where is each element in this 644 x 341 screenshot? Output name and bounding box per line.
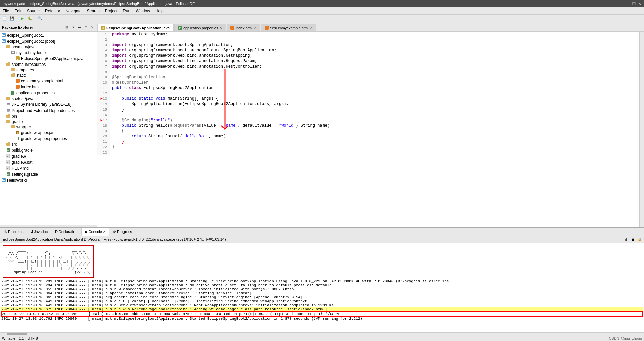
- main-content: Package Explorer ⊟ ▾ — □ ✕ eclipse_Sprin…: [0, 23, 644, 341]
- pe-menu[interactable]: ▾: [70, 25, 76, 30]
- menu-bar: FileEditSourceRefactorNavigateSearchProj…: [0, 7, 644, 15]
- pe-collapse[interactable]: ⊟: [64, 25, 69, 30]
- tree-item-cesiummyexample[interactable]: Hcesiummyexample.html: [0, 78, 97, 84]
- svg-rect-15: [12, 92, 14, 92]
- console-scroll-lock[interactable]: 🔒: [637, 237, 643, 243]
- svg-rect-46: [2, 178, 6, 182]
- menu-item-run[interactable]: Run: [120, 8, 133, 14]
- tree-item-build_gradle[interactable]: Gbuild.gradle: [0, 147, 97, 153]
- tree-item-settings_gradle[interactable]: Gsettings.gradle: [0, 171, 97, 177]
- bottom-tab-declaration[interactable]: D Declaration: [51, 228, 81, 236]
- tree-item-gradlew[interactable]: gradlew: [0, 153, 97, 159]
- console-stop[interactable]: ⏹: [630, 237, 636, 243]
- menu-item-edit[interactable]: Edit: [12, 8, 24, 14]
- tree-item-src_test_java[interactable]: src/test/java: [0, 96, 97, 101]
- tree-item-index_html[interactable]: Hindex.html: [0, 84, 97, 90]
- line-content: return String.format("Hello %s!", name);: [110, 134, 228, 139]
- menu-item-file[interactable]: File: [0, 8, 12, 14]
- toolbar-new[interactable]: 📄: [1, 15, 8, 22]
- tree-item-src_main_resources[interactable]: src/main/resources: [0, 62, 97, 67]
- tree-item-gradlew_bat[interactable]: gradlew.bat: [0, 159, 97, 165]
- tree-icon-lib: [6, 102, 11, 107]
- minimize-button[interactable]: —: [626, 2, 630, 6]
- tree-item-JRE_system[interactable]: JRE System Library [JavaSE-1.8]: [0, 101, 97, 108]
- tree-item-project_deps[interactable]: Project and External Dependencies: [0, 108, 97, 114]
- tree-item-eclipse_SpringBoot2_boot[interactable]: eclipse_SpringBoot2 [boot]: [0, 38, 97, 44]
- tab-close[interactable]: ✕: [310, 26, 313, 30]
- editor-tab-index_html[interactable]: Hindex.html✕: [227, 24, 260, 31]
- menu-item-refactor[interactable]: Refactor: [42, 8, 63, 14]
- console-line: 2021-10-27 13:03:16.675 INFO 20840 --- […: [1, 307, 643, 311]
- console-clear[interactable]: 🗑: [623, 237, 629, 243]
- line-content: package my.test.mydemo;: [110, 32, 168, 37]
- bottom-tab-problems[interactable]: ⚠ Problems: [0, 228, 27, 236]
- pe-close[interactable]: ✕: [90, 25, 95, 30]
- menu-item-search[interactable]: Search: [84, 8, 102, 14]
- code-line-14: 14 SpringApplication.run(EclipseSpringBo…: [97, 101, 639, 107]
- toolbar-search[interactable]: 🔍: [37, 15, 44, 22]
- maximize-button[interactable]: ❐: [632, 2, 636, 6]
- tree-label: src/main/java: [12, 45, 36, 49]
- bottom-tab-progress[interactable]: ⟳ Progress: [109, 228, 136, 236]
- tree-item-static[interactable]: static: [0, 73, 97, 78]
- bottom-tab-javadoc[interactable]: J Javadoc: [27, 228, 51, 236]
- editor-tab-cesium_html[interactable]: Hcesiummyexample.html✕: [261, 24, 316, 31]
- line-content: [110, 91, 112, 96]
- tree-item-my_test_mydemo[interactable]: my.test.mydemo: [0, 50, 97, 56]
- tree-item-gradle_wrapper_jar[interactable]: ◆gradle-wrapper.jar: [0, 130, 97, 136]
- menu-item-window[interactable]: Window: [133, 8, 153, 14]
- tree-item-eclipse_SpringBoot1[interactable]: eclipse_SpringBoot1: [0, 32, 97, 38]
- menu-item-project[interactable]: Project: [102, 8, 120, 14]
- tree-label: eclipse_SpringBoot2 [boot]: [7, 39, 55, 44]
- pe-minimize[interactable]: —: [77, 25, 82, 30]
- line-content: import org.springframework.web.bind.anno…: [110, 53, 252, 58]
- pe-tree: eclipse_SpringBoot1eclipse_SpringBoot2 […: [0, 32, 97, 225]
- tree-item-bin[interactable]: bin: [0, 114, 97, 119]
- tree-label: application.properties: [16, 91, 55, 95]
- tree-label: settings.gradle: [12, 172, 38, 177]
- pe-controls: ⊟ ▾ — □ ✕: [64, 25, 95, 30]
- scrollbar-thumb[interactable]: [7, 333, 27, 335]
- tree-item-wrapper[interactable]: wrapper: [0, 124, 97, 130]
- toolbar-debug[interactable]: 🐛: [27, 15, 33, 22]
- tree-item-src[interactable]: src: [0, 142, 97, 147]
- editor-tab-app_props[interactable]: Papplication.properties✕: [174, 24, 226, 31]
- menu-item-help[interactable]: Help: [153, 8, 166, 14]
- line-number: 16: [97, 112, 110, 118]
- tree-item-templates[interactable]: templates: [0, 67, 97, 73]
- code-line-4: 4import org.springframework.boot.autocon…: [97, 48, 639, 53]
- tree-item-HelloWorld[interactable]: HelloWorld: [0, 177, 97, 183]
- tree-item-src_main_java[interactable]: src/main/java: [0, 44, 97, 50]
- editor-tab-main_java[interactable]: JEclipseSpringBoot2Application.java: [97, 24, 174, 31]
- close-button[interactable]: ✕: [638, 2, 641, 6]
- tree-item-application_properties[interactable]: application.properties: [0, 90, 97, 96]
- btab-close[interactable]: ✕: [103, 230, 106, 234]
- line-number: 20: [97, 134, 110, 139]
- tree-item-HELP_md[interactable]: HELP.md: [0, 165, 97, 171]
- code-line-9: 9@SpringBootApplication: [97, 75, 639, 80]
- tree-item-EclipseSpringBoot2Application[interactable]: JEclipseSpringBoot2Application.java: [0, 56, 97, 62]
- console-line: 2021-10-27 13:03:16.762 INFO 20840 --- […: [1, 311, 643, 317]
- code-editor-wrapper: 1package my.test.mydemo;23import org.spr…: [97, 32, 644, 227]
- toolbar-save[interactable]: 💾: [9, 15, 15, 22]
- toolbar-run[interactable]: ▶: [19, 15, 26, 22]
- tree-icon-folder: [11, 125, 15, 129]
- btab-label: Problems: [8, 230, 23, 234]
- menu-item-navigate[interactable]: Navigate: [63, 8, 84, 14]
- bottom-tab-console[interactable]: ▶ Console ✕: [81, 228, 109, 236]
- tree-label: src/main/resources: [12, 62, 46, 67]
- pe-maximize[interactable]: □: [83, 25, 89, 30]
- code-editor[interactable]: 1package my.test.mydemo;23import org.spr…: [97, 32, 639, 227]
- console-content[interactable]: . ____ _ __ _ _ /\\ / ___'_ __ _ _(_)_ _…: [0, 243, 644, 332]
- tree-label: gradlew.bat: [12, 160, 32, 165]
- tree-item-gradle_root[interactable]: gradle: [0, 119, 97, 124]
- menu-item-source[interactable]: Source: [24, 8, 42, 14]
- tree-icon-props: [11, 90, 15, 96]
- tree-item-gradle_wrapper_props[interactable]: gradle-wrapper.properties: [0, 136, 97, 142]
- tab-close[interactable]: ✕: [219, 26, 222, 30]
- btab-icon: ⟳: [113, 230, 116, 234]
- line-content: [110, 37, 112, 42]
- tab-close[interactable]: ✕: [254, 26, 257, 30]
- console-line: 2021-10-27 13:03:16.364 INFO 20840 --- […: [1, 291, 643, 295]
- code-line-20: 20 return String.format("Hello %s!", nam…: [97, 134, 639, 139]
